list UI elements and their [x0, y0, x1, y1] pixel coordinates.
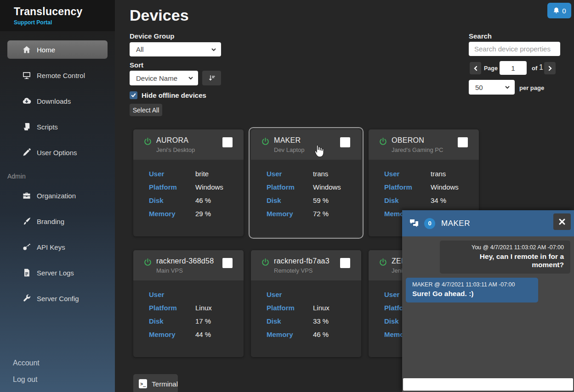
device-card-body: UserPlatformLinuxDisk33 %Memory46 % — [251, 280, 361, 338]
field-value-disk: 34 % — [431, 197, 446, 204]
home-icon — [22, 45, 31, 54]
chevron-down-icon — [505, 84, 510, 90]
power-status-icon — [379, 137, 387, 146]
per-page-select[interactable]: 50 — [469, 80, 515, 95]
brand-header: Translucency Support Portal — [0, 0, 115, 31]
chevron-right-icon — [547, 66, 553, 71]
page-title: Devices — [130, 6, 189, 24]
chat-message-text: Sure! Go ahead. :) — [412, 290, 532, 298]
device-subtitle: Dev Laptop — [274, 146, 305, 153]
brand-subtitle[interactable]: Support Portal — [14, 19, 115, 26]
search-input[interactable] — [469, 42, 560, 56]
field-value-platform: Windows — [431, 184, 459, 191]
device-select-checkbox[interactable] — [458, 137, 468, 147]
field-value-user: trans — [431, 170, 446, 178]
device-group-label: Device Group — [130, 32, 175, 40]
device-name: racknerd-fb7aa3 — [274, 257, 330, 265]
device-card-body: UsertransPlatformWindowsDisk34 %Memory — [369, 160, 479, 218]
checkmark-icon — [131, 93, 136, 98]
field-value-platform: Windows — [313, 184, 341, 191]
device-field-row: Memory44 % — [149, 331, 244, 338]
chat-messages: You @ 4/7/2021 11:03:02 AM -07:00Hey, ca… — [402, 236, 574, 307]
notifications-button[interactable]: 0 — [547, 3, 571, 18]
device-card-racknerd-fb7aa3[interactable]: racknerd-fb7aa3Remotely VPSUserPlatformL… — [251, 250, 361, 357]
sidebar-item-server-config[interactable]: Server Config — [7, 289, 108, 308]
device-card-header: racknerd-fb7aa3Remotely VPS — [251, 250, 361, 280]
device-field-row: Disk17 % — [149, 318, 244, 325]
device-field-row: User — [149, 291, 244, 298]
field-label-disk: Disk — [267, 197, 313, 204]
device-subtitle: Remotely VPS — [274, 267, 313, 274]
per-page-label: per page — [519, 84, 544, 91]
device-field-row: PlatformWindows — [267, 184, 361, 191]
field-value-user: trans — [313, 170, 328, 178]
power-status-icon — [261, 258, 270, 267]
chevron-down-icon — [188, 75, 193, 81]
sort-select[interactable]: Device Name — [130, 71, 198, 85]
sidebar-item-downloads[interactable]: Downloads — [7, 92, 108, 110]
chat-close-button[interactable] — [553, 213, 571, 230]
field-label-memory: Memory — [149, 210, 195, 218]
device-name: AURORA — [156, 136, 188, 145]
sidebar-item-logout[interactable]: Log out — [13, 375, 37, 384]
sidebar-item-branding[interactable]: Branding — [7, 212, 108, 230]
field-label-platform: Platform — [267, 184, 313, 191]
sort-amount-icon — [208, 74, 216, 82]
sidebar-item-home[interactable]: Home — [7, 40, 108, 59]
sidebar-nav: HomeRemote ControlDownloadsScriptsUser O… — [0, 31, 115, 392]
device-select-checkbox[interactable] — [222, 137, 233, 147]
chat-message-input[interactable] — [403, 378, 573, 391]
pencil-icon — [22, 148, 31, 157]
device-subtitle: Jared's Gaming PC — [392, 146, 443, 153]
device-field-row: PlatformWindows — [384, 184, 479, 191]
brush-icon — [22, 217, 31, 226]
sidebar-item-label: Server Logs — [37, 269, 74, 277]
device-card-racknerd-368d58[interactable]: racknerd-368d58Main VPSUserPlatformLinux… — [133, 250, 244, 357]
hide-offline-checkbox[interactable] — [130, 91, 137, 99]
chat-title: MAKER — [441, 219, 470, 228]
device-card-maker[interactable]: MAKERDev LaptopUsertransPlatformWindowsD… — [251, 129, 361, 236]
device-field-row: Memory72 % — [267, 210, 361, 218]
total-pages: 1 — [539, 63, 543, 72]
field-label-platform: Platform — [267, 304, 313, 312]
chat-message-meta: MAKER @ 4/7/2021 11:03:11 AM -07:00 — [412, 281, 532, 288]
field-label-memory: Memory — [267, 331, 313, 338]
field-label-disk: Disk — [149, 197, 195, 204]
prev-page-button[interactable] — [470, 62, 481, 74]
sidebar-item-label: Organization — [37, 192, 76, 200]
chat-message-meta: You @ 4/7/2021 11:03:02 AM -07:00 — [446, 244, 564, 251]
field-label-user: User — [267, 291, 313, 298]
sidebar-item-scripts[interactable]: Scripts — [7, 118, 108, 136]
device-select-checkbox[interactable] — [340, 258, 350, 268]
sidebar-item-account[interactable]: Account — [13, 359, 40, 367]
device-card-body: UserPlatformLinuxDisk17 %Memory44 % — [133, 280, 244, 338]
sort-direction-button[interactable] — [202, 71, 221, 85]
field-label-memory: Memory — [267, 210, 313, 218]
device-field-row: User — [267, 291, 361, 298]
device-card-header: AURORAJeni's Desktop — [133, 129, 244, 160]
terminal-button[interactable]: >_ Terminal — [133, 374, 178, 392]
of-label: of — [532, 65, 537, 72]
field-label-platform: Platform — [384, 184, 431, 191]
sidebar-item-user-options[interactable]: User Options — [7, 143, 108, 162]
page-input[interactable] — [500, 61, 527, 75]
chat-unread-badge: 0 — [424, 218, 435, 229]
device-card-aurora[interactable]: AURORAJeni's DesktopUserbritePlatformWin… — [133, 129, 244, 236]
device-select-checkbox[interactable] — [222, 258, 233, 268]
field-value-memory: 46 % — [313, 331, 329, 338]
field-value-memory: 44 % — [195, 331, 211, 338]
next-page-button[interactable] — [544, 62, 556, 74]
device-group-select[interactable]: All — [130, 42, 221, 56]
sidebar-item-api-keys[interactable]: API Keys — [7, 238, 108, 256]
sidebar-item-remote-control[interactable]: Remote Control — [7, 66, 108, 84]
power-status-icon — [143, 258, 152, 267]
sidebar-item-server-logs[interactable]: Server Logs — [7, 263, 108, 282]
sidebar-item-organization[interactable]: Organization — [7, 186, 108, 205]
device-select-checkbox[interactable] — [340, 137, 350, 147]
device-field-row: Disk46 % — [149, 197, 244, 204]
device-card-header: OBERONJared's Gaming PC — [369, 129, 479, 160]
device-card-header: racknerd-368d58Main VPS — [133, 250, 244, 280]
device-subtitle: Jeni's Desktop — [156, 146, 195, 153]
select-all-button[interactable]: Select All — [130, 104, 162, 116]
device-field-row: Memory46 % — [267, 331, 361, 338]
